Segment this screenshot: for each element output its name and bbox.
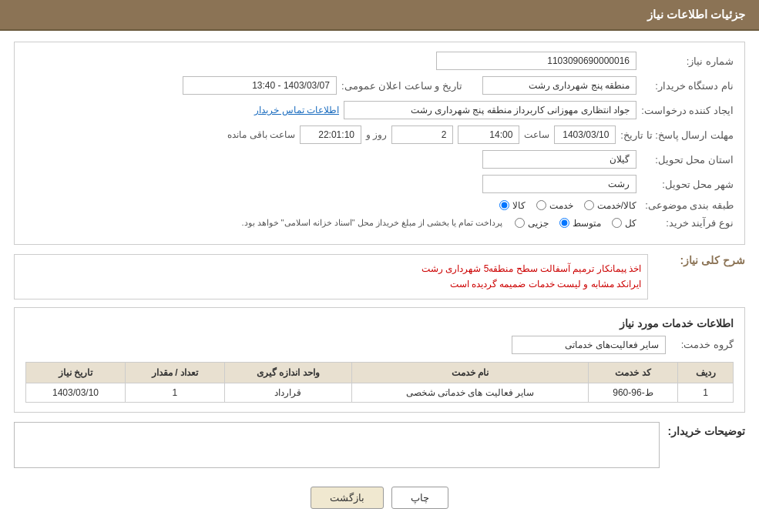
buyer-desc-textarea[interactable] bbox=[14, 422, 660, 468]
province-value: گیلان bbox=[482, 150, 636, 169]
deadline-label: مهلت ارسال پاسخ: تا تاریخ: bbox=[620, 129, 734, 141]
deadline-time: 14:00 bbox=[458, 125, 519, 144]
group-value: سایر فعالیت‌های خدماتی bbox=[512, 336, 666, 354]
org-date-row: نام دستگاه خریدار: منطقه پنج شهرداری رشت… bbox=[25, 76, 734, 95]
purchase-jozyi-label: جزیی bbox=[528, 218, 549, 229]
table-cell-4: 1 bbox=[126, 383, 225, 402]
purchase-note: پرداخت تمام یا بخشی از مبلغ خریداز محل "… bbox=[241, 218, 502, 228]
col-name: نام خدمت bbox=[352, 362, 589, 383]
purchase-type-radio-group: جزیی متوسط کل bbox=[515, 218, 636, 229]
buyer-org-value: منطقه پنج شهرداری رشت bbox=[482, 76, 636, 95]
category-kala-khedmat-radio[interactable] bbox=[584, 200, 594, 210]
city-value: رشت bbox=[482, 175, 636, 193]
city-label: شهر محل تحویل: bbox=[641, 179, 734, 190]
description-line2: ایرانکد مشابه و لیست خدمات ضمیمه گردیده … bbox=[21, 276, 641, 292]
requester-value: جواد انتظاری مهوزانی کاربرداز منطقه پنج … bbox=[344, 101, 636, 119]
services-section: اطلاعات خدمات مورد نیاز گروه خدمت: سایر … bbox=[14, 307, 745, 413]
contact-link[interactable]: اطلاعات تماس خریدار bbox=[254, 105, 339, 115]
buyer-desc-label: توضیحات خریدار: bbox=[667, 422, 745, 437]
description-line1: اخذ پیمانکار ترمیم آسفالت سطح منطقه5 شهر… bbox=[21, 261, 641, 276]
order-number-label: شماره نیاز: bbox=[641, 55, 734, 67]
description-section: شرح کلی نیاز: اخذ پیمانکار ترمیم آسفالت … bbox=[14, 254, 745, 299]
order-number-row: شماره نیاز: 1103090690000016 bbox=[25, 52, 734, 70]
province-row: استان محل تحویل: گیلان bbox=[25, 150, 734, 169]
table-row: 1ط-96-960سایر فعالیت های خدماتی شخصیقرار… bbox=[26, 383, 734, 402]
content-area: شماره نیاز: 1103090690000016 نام دستگاه … bbox=[0, 31, 759, 532]
col-unit: واحد اندازه گیری bbox=[224, 362, 351, 383]
page-wrapper: جزئیات اطلاعات نیاز شماره نیاز: 11030906… bbox=[0, 0, 759, 532]
table-cell-2: سایر فعالیت های خدماتی شخصی bbox=[352, 383, 589, 402]
purchase-kol-radio[interactable] bbox=[612, 218, 622, 228]
category-row: طبقه بندی موضوعی: کالا خدمت کالا/خدمت bbox=[25, 199, 734, 211]
table-cell-0: 1 bbox=[678, 383, 734, 402]
print-button[interactable]: چاپ bbox=[391, 487, 448, 509]
category-kala-label: کالا bbox=[512, 200, 526, 211]
category-khedmat-radio[interactable] bbox=[536, 200, 546, 210]
category-khedmat-label: خدمت bbox=[549, 200, 573, 211]
col-code: کد خدمت bbox=[588, 362, 677, 383]
purchase-motavasset-radio[interactable] bbox=[559, 218, 569, 228]
buyer-org-label: نام دستگاه خریدار: bbox=[641, 80, 734, 92]
main-form-section: شماره نیاز: 1103090690000016 نام دستگاه … bbox=[14, 42, 745, 245]
requester-label: ایجاد کننده درخواست: bbox=[641, 105, 734, 116]
category-kala-radio[interactable] bbox=[499, 200, 509, 210]
services-header-row: ردیف کد خدمت نام خدمت واحد اندازه گیری ت… bbox=[26, 362, 734, 383]
description-box: اخذ پیمانکار ترمیم آسفالت سطح منطقه5 شهر… bbox=[14, 254, 648, 299]
group-row: گروه خدمت: سایر فعالیت‌های خدماتی bbox=[25, 336, 734, 354]
category-label: طبقه بندی موضوعی: bbox=[641, 199, 734, 211]
category-kala-khedmat-label: کالا/خدمت bbox=[597, 200, 636, 211]
back-button[interactable]: بازگشت bbox=[311, 487, 384, 509]
order-number-value: 1103090690000016 bbox=[436, 52, 636, 70]
table-cell-1: ط-96-960 bbox=[588, 383, 677, 402]
deadline-time-label: ساعت bbox=[524, 129, 549, 140]
deadline-days: 2 bbox=[391, 125, 453, 144]
services-table: ردیف کد خدمت نام خدمت واحد اندازه گیری ت… bbox=[25, 362, 734, 403]
deadline-remaining: 22:01:10 bbox=[300, 125, 361, 144]
table-cell-5: 1403/03/10 bbox=[26, 383, 126, 402]
purchase-type-label: نوع فرآیند خرید: bbox=[641, 217, 734, 229]
category-option-khedmat[interactable]: خدمت bbox=[536, 200, 573, 211]
services-title: اطلاعات خدمات مورد نیاز bbox=[25, 317, 734, 330]
date-label: تاریخ و ساعت اعلان عمومی: bbox=[341, 80, 462, 92]
col-row-num: ردیف bbox=[678, 362, 734, 383]
page-title: جزئیات اطلاعات نیاز bbox=[647, 8, 745, 21]
city-row: شهر محل تحویل: رشت bbox=[25, 175, 734, 193]
col-date: تاریخ نیاز bbox=[26, 362, 126, 383]
footer-buttons: چاپ بازگشت bbox=[14, 479, 745, 521]
purchase-option-jozyi[interactable]: جزیی bbox=[515, 218, 549, 229]
province-label: استان محل تحویل: bbox=[641, 154, 734, 166]
purchase-kol-label: کل bbox=[625, 218, 636, 229]
category-option-kala[interactable]: کالا bbox=[499, 200, 526, 211]
date-value: 1403/03/07 - 13:40 bbox=[183, 76, 337, 95]
purchase-motavasset-label: متوسط bbox=[573, 218, 601, 229]
page-header: جزئیات اطلاعات نیاز bbox=[0, 0, 759, 31]
purchase-jozyi-radio[interactable] bbox=[515, 218, 525, 228]
services-table-body: 1ط-96-960سایر فعالیت های خدماتی شخصیقرار… bbox=[26, 383, 734, 402]
deadline-row: مهلت ارسال پاسخ: تا تاریخ: 1403/03/10 سا… bbox=[25, 125, 734, 144]
buyer-desc-section: توضیحات خریدار: bbox=[14, 422, 745, 468]
deadline-remaining-label: ساعت باقی مانده bbox=[227, 129, 295, 140]
services-table-head: ردیف کد خدمت نام خدمت واحد اندازه گیری ت… bbox=[26, 362, 734, 383]
purchase-option-kol[interactable]: کل bbox=[612, 218, 636, 229]
purchase-type-row: نوع فرآیند خرید: جزیی متوسط کل پر bbox=[25, 217, 734, 229]
deadline-date: 1403/03/10 bbox=[554, 125, 616, 144]
category-option-kala-khedmat[interactable]: کالا/خدمت bbox=[584, 200, 636, 211]
requester-row: ایجاد کننده درخواست: جواد انتظاری مهوزان… bbox=[25, 101, 734, 119]
table-cell-3: قرارداد bbox=[224, 383, 351, 402]
group-label: گروه خدمت: bbox=[672, 339, 734, 350]
deadline-days-label: روز و bbox=[366, 129, 387, 140]
category-radio-group: کالا خدمت کالا/خدمت bbox=[499, 200, 636, 211]
description-title: شرح کلی نیاز: bbox=[653, 254, 745, 266]
col-qty: تعداد / مقدار bbox=[126, 362, 225, 383]
purchase-option-motavasset[interactable]: متوسط bbox=[559, 218, 601, 229]
